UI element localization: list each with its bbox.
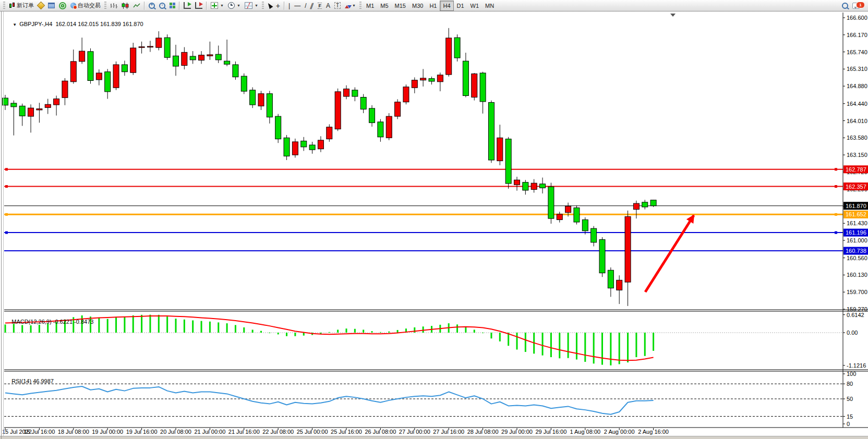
date-label: 20 Jul 08:00 xyxy=(160,429,191,435)
timeframe-button-h1[interactable]: H1 xyxy=(426,1,440,11)
signal-icon xyxy=(59,2,66,9)
toolbar-grip[interactable] xyxy=(3,2,5,9)
toolbar-grip[interactable] xyxy=(104,2,106,9)
hline-handle[interactable] xyxy=(835,213,837,216)
channel-tool-button[interactable]: ∥ xyxy=(308,1,316,11)
macd-bar xyxy=(644,333,646,356)
tile-windows-button[interactable] xyxy=(167,1,177,11)
horizontal-line-tool-button[interactable]: — xyxy=(292,1,303,11)
candle xyxy=(215,54,221,60)
trendline-tool-button[interactable]: / xyxy=(303,1,308,11)
zoom-in-button[interactable]: + xyxy=(147,1,157,11)
candle xyxy=(505,139,511,184)
macd-bar xyxy=(363,330,364,333)
price-axis[interactable]: 166.600166.170165.740165.310164.880164.4… xyxy=(843,15,867,312)
candle xyxy=(113,65,119,88)
date-label: 28 Jul 08:00 xyxy=(467,429,499,435)
candle xyxy=(548,187,554,218)
svg-text:162.357: 162.357 xyxy=(846,184,866,190)
arrow-annotation[interactable] xyxy=(645,215,694,292)
date-axis[interactable]: 15 Jul 202215 Jul 16:0018 Jul 08:0019 Ju… xyxy=(2,428,669,435)
auto-scroll-button[interactable] xyxy=(182,1,193,11)
arrows-tool-button[interactable]: ▼ xyxy=(343,1,358,11)
fibonacci-tool-button[interactable]: F xyxy=(316,1,324,11)
macd-bar xyxy=(593,333,595,363)
chart-canvas[interactable]: 166.600166.170165.740165.310164.880164.4… xyxy=(0,0,868,439)
svg-text:161.652: 161.652 xyxy=(846,211,866,217)
timeframe-button-mn[interactable]: MN xyxy=(482,1,497,11)
hline-handle[interactable] xyxy=(5,185,8,188)
cursor-tool-button[interactable] xyxy=(266,1,274,11)
line-chart-mode-button[interactable] xyxy=(131,1,142,11)
hline-handle[interactable] xyxy=(835,231,837,234)
candle-chart-mode-button[interactable] xyxy=(119,1,131,11)
market-watch-button[interactable] xyxy=(36,1,46,11)
hline-handle[interactable] xyxy=(835,185,837,188)
macd-name: MACD(12,26,9) xyxy=(11,319,51,325)
timeframe-bar: M1M5M15M30H1H4D1W1MN xyxy=(363,1,497,11)
macd-bar xyxy=(286,333,287,336)
date-label: 21 Jul 16:00 xyxy=(228,429,260,435)
text-icon: A xyxy=(326,3,330,9)
timeframe-button-w1[interactable]: W1 xyxy=(467,1,483,11)
candle xyxy=(642,202,648,207)
timeframe-button-m15[interactable]: M15 xyxy=(392,1,409,11)
candle xyxy=(497,138,503,161)
price-tick: 166.170 xyxy=(847,32,867,38)
chart-shift-button[interactable] xyxy=(193,1,204,11)
svg-text:161.870: 161.870 xyxy=(846,203,866,209)
symbol-dropdown-icon[interactable]: ▼ xyxy=(13,22,17,27)
macd-bar xyxy=(619,333,620,364)
auto-trading-button[interactable]: 自动交易 xyxy=(68,1,103,11)
macd-bar xyxy=(414,327,415,333)
candle xyxy=(130,48,136,72)
chart-title: ▼GBPJPY-,H4 162.014 162.015 161.839 161.… xyxy=(6,15,143,33)
macd-bar xyxy=(474,330,475,333)
toolbar-separator xyxy=(206,2,207,10)
indicators-button[interactable]: ▼ xyxy=(209,1,226,11)
hline-handle[interactable] xyxy=(5,168,8,170)
timeframe-button-m30[interactable]: M30 xyxy=(409,1,426,11)
crosshair-tool-button[interactable]: + xyxy=(274,1,282,11)
text-tool-button[interactable]: A xyxy=(324,1,332,11)
candle xyxy=(488,102,494,160)
candle xyxy=(122,65,127,72)
toolbar-grip[interactable] xyxy=(262,2,264,9)
macd-bar xyxy=(115,318,117,333)
macd-bar xyxy=(260,331,262,333)
toolbar-grip[interactable] xyxy=(359,2,361,9)
vertical-line-tool-button[interactable]: | xyxy=(286,1,292,11)
candle xyxy=(156,38,162,47)
chevron-down-icon: ▼ xyxy=(255,4,258,7)
bar-chart-mode-button[interactable] xyxy=(108,1,119,11)
rsi-axis-tick: 100 xyxy=(847,371,856,377)
zoom-out-button[interactable]: - xyxy=(157,1,167,11)
candle xyxy=(62,81,68,97)
text-label-tool-button[interactable]: T xyxy=(332,1,343,11)
timeframe-button-h4[interactable]: H4 xyxy=(440,1,453,11)
hline-handle[interactable] xyxy=(5,231,8,234)
navigator-button[interactable] xyxy=(57,1,68,11)
templates-button[interactable]: ▼ xyxy=(243,1,260,11)
new-order-button[interactable]: 新订单 xyxy=(7,1,36,11)
hline-handle[interactable] xyxy=(5,213,8,216)
timeframe-button-m5[interactable]: M5 xyxy=(377,1,391,11)
candle xyxy=(591,228,597,242)
search-button[interactable] xyxy=(840,1,850,11)
macd-bar xyxy=(346,328,347,333)
timeframe-button-m1[interactable]: M1 xyxy=(363,1,377,11)
candle xyxy=(582,219,588,230)
macd-bar xyxy=(653,333,654,351)
chart-shift-icon xyxy=(195,2,202,9)
macd-values: -0.6221 -0.8473 xyxy=(53,319,94,325)
hline-handle[interactable] xyxy=(835,168,837,170)
candle xyxy=(480,73,486,102)
arrows-icon xyxy=(345,3,350,9)
candle xyxy=(70,62,76,82)
macd-bar xyxy=(542,333,544,356)
timeframe-button-d1[interactable]: D1 xyxy=(454,1,467,11)
data-window-button[interactable] xyxy=(46,1,57,11)
chart-shift-marker[interactable] xyxy=(670,14,676,17)
notifications-button[interactable]: 1 xyxy=(850,1,862,11)
periods-button[interactable]: ▼ xyxy=(226,1,243,11)
